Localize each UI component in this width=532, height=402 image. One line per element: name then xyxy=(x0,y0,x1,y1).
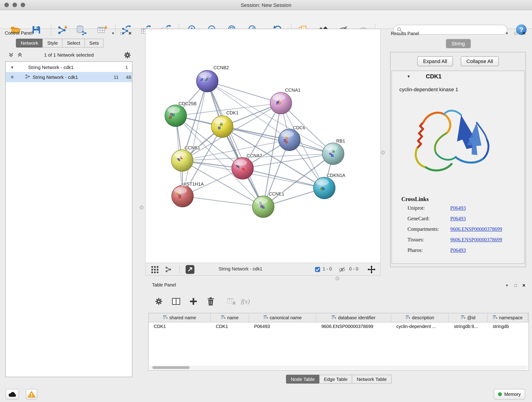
panel-close-button[interactable]: × xyxy=(127,31,133,36)
string-results-tab[interactable]: String xyxy=(446,39,471,48)
panel-float-button[interactable]: □ xyxy=(513,283,519,288)
tab-node-table[interactable]: Node Table xyxy=(286,375,319,384)
column-header-description[interactable]: description xyxy=(391,313,449,322)
tab-select[interactable]: Select xyxy=(62,39,85,48)
network-selection-row: 1 of 1 Network selected xyxy=(2,51,136,60)
network-view-title: String Network - cdk1 xyxy=(219,266,262,271)
results-panel: Results Panel ▾ □ × String Expand All Co… xyxy=(387,29,530,275)
apply-function-button[interactable]: f(x) xyxy=(239,294,252,308)
network-edge[interactable] xyxy=(207,81,281,103)
network-collection-row[interactable]: ▼ String Network - cdk1 1 xyxy=(6,63,132,72)
cloud-status-button[interactable] xyxy=(6,389,19,400)
tab-edge-table[interactable]: Edge Table xyxy=(319,375,352,384)
gear-icon[interactable] xyxy=(124,51,131,60)
network-edge[interactable] xyxy=(183,196,263,207)
network-graph[interactable]: CCNB2CCNA1CDC25BCDK1CDC6RB1CCNB1CCNA2CDK… xyxy=(146,29,381,263)
cloud-icon xyxy=(8,391,17,397)
crosslink-label: GeneCard: xyxy=(408,216,430,222)
panel-dock-button[interactable]: ▾ xyxy=(504,31,510,36)
network-view[interactable]: CCNB2CCNA1CDC25BCDK1CDC6RB1CCNB1CCNA2CDK… xyxy=(145,29,381,276)
column-type-icon xyxy=(493,315,497,320)
birds-eye-move-icon[interactable] xyxy=(367,265,376,274)
crosslink-value-link[interactable]: P06493 xyxy=(450,205,466,211)
delete-table-button[interactable] xyxy=(225,294,238,308)
network-node[interactable]: CCNA1 xyxy=(270,88,301,114)
memory-button[interactable]: Memory xyxy=(494,389,525,400)
horizontal-splitter-handle[interactable] xyxy=(336,277,339,280)
crosslink-value-link[interactable]: 9606.ENSP00000378699 xyxy=(450,226,502,232)
network-node[interactable]: HIST1H1A xyxy=(172,182,204,207)
table-cell[interactable]: 9606.ENSP00000378699 xyxy=(316,324,391,329)
network-view-toolbar: String Network - cdk1 1 - 0 0 - 0 xyxy=(146,263,380,275)
warning-status-button[interactable] xyxy=(26,389,37,400)
table-row[interactable]: CDK1CDK1P064939606.ENSP00000378699cyclin… xyxy=(149,322,529,330)
column-header-shared-name[interactable]: shared name xyxy=(149,313,211,322)
network-node[interactable]: RB1 xyxy=(322,138,345,165)
tab-network[interactable]: Network xyxy=(16,39,43,48)
table-cell[interactable]: P06493 xyxy=(249,324,316,329)
table-cell[interactable]: cyclin-dependent ... xyxy=(391,324,449,329)
panel-dock-button[interactable]: ▾ xyxy=(504,283,510,288)
collapse-all-button[interactable]: Collapse All xyxy=(461,56,499,66)
section-caret-icon[interactable]: ▼ xyxy=(407,74,411,78)
title-bar: Session: New Session xyxy=(0,0,532,10)
network-node[interactable]: CCNB1 xyxy=(171,145,200,172)
node-label: CCNB2 xyxy=(213,65,229,70)
panel-float-button[interactable]: □ xyxy=(119,31,125,36)
crosslink-value-link[interactable]: P06493 xyxy=(450,248,466,253)
table-body: CDK1CDK1P064939606.ENSP00000378699cyclin… xyxy=(149,322,529,330)
network-node[interactable]: CCNB2 xyxy=(196,65,229,92)
plus-icon xyxy=(189,297,197,306)
network-edge[interactable] xyxy=(207,81,263,207)
panel-close-button[interactable]: × xyxy=(521,31,527,36)
crosslink-row: GeneCard: P06493 xyxy=(392,216,524,224)
control-panel-title: Control Panel xyxy=(5,31,32,36)
grid-view-icon[interactable] xyxy=(150,265,159,274)
delete-column-button[interactable] xyxy=(204,294,217,308)
crosslink-row: Uniprot: P06493 xyxy=(392,205,524,214)
network-node[interactable]: CDC6 xyxy=(279,125,305,151)
control-panel: Control Panel ▾ □ × Network Style Select… xyxy=(2,29,136,380)
network-row-selected[interactable]: String Network - cdk1 11 48 xyxy=(6,72,132,82)
table-cell[interactable]: CDK1 xyxy=(149,324,211,329)
table-cell[interactable]: stringdb:9... xyxy=(449,324,488,329)
vertical-splitter-handle[interactable] xyxy=(140,206,143,209)
create-column-button[interactable] xyxy=(186,294,200,308)
tab-sets[interactable]: Sets xyxy=(85,39,104,48)
open-in-new-window-button[interactable] xyxy=(186,265,195,274)
expand-all-button[interactable]: Expand All xyxy=(417,56,453,66)
table-cell[interactable]: CDK1 xyxy=(211,324,249,329)
table-cell[interactable]: stringdb xyxy=(488,324,528,329)
tab-style[interactable]: Style xyxy=(43,39,63,48)
tree-caret-icon[interactable]: ▼ xyxy=(11,65,14,69)
horizontal-scrollbar[interactable] xyxy=(149,366,528,370)
column-type-icon xyxy=(221,315,225,320)
status-bar: Memory xyxy=(0,387,532,402)
show-columns-button[interactable] xyxy=(169,294,183,308)
hidden-eye-slash-icon[interactable] xyxy=(337,265,346,274)
column-header-name[interactable]: name xyxy=(211,313,249,322)
selected-checkbox-icon[interactable] xyxy=(313,265,322,274)
column-header-namespace[interactable]: namespace xyxy=(488,313,528,322)
crosslink-value-link[interactable]: 9606.ENSP00000378699 xyxy=(450,237,502,243)
column-header--id[interactable]: @id xyxy=(449,313,488,322)
crosslink-value-link[interactable]: P06493 xyxy=(450,216,466,222)
panel-close-button[interactable]: × xyxy=(521,283,527,288)
column-header-canonical-name[interactable]: canonical name xyxy=(249,313,316,322)
panel-float-button[interactable]: □ xyxy=(513,31,519,36)
node-label: RB1 xyxy=(336,138,345,143)
results-panel-title: Results Panel xyxy=(391,31,419,36)
tab-network-table[interactable]: Network Table xyxy=(352,375,391,384)
table-options-button[interactable] xyxy=(152,294,165,308)
node-label: CDK1 xyxy=(226,110,239,115)
application-window: Session: New Session xyxy=(0,0,532,402)
vertical-splitter-handle[interactable] xyxy=(381,151,385,154)
network-edge[interactable] xyxy=(183,81,207,196)
protein-description: cyclin-dependent kinase 1 xyxy=(399,87,458,92)
panel-dock-button[interactable]: ▾ xyxy=(110,31,116,36)
gear-icon xyxy=(155,298,163,305)
column-header-database-identifier[interactable]: database identifier xyxy=(316,313,391,322)
scrollbar-thumb[interactable] xyxy=(152,366,190,369)
protein-structure-image xyxy=(404,97,492,190)
network-share-icon[interactable] xyxy=(164,265,173,274)
